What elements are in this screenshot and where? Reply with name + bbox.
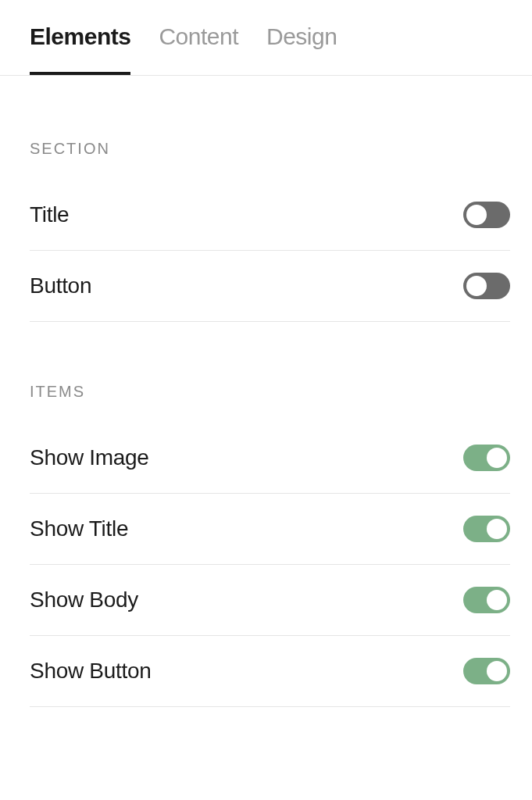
- row-show-body: Show Body: [30, 565, 510, 636]
- toggle-show-button[interactable]: [463, 658, 510, 684]
- toggle-knob: [487, 448, 507, 468]
- row-show-title: Show Title: [30, 494, 510, 565]
- toggle-knob: [487, 661, 507, 681]
- toggle-title[interactable]: [463, 202, 510, 228]
- toggle-knob: [466, 276, 487, 296]
- row-label-show-title: Show Title: [30, 516, 128, 541]
- tab-design[interactable]: Design: [266, 23, 337, 75]
- row-label-show-body: Show Body: [30, 588, 138, 612]
- row-label-show-button: Show Button: [30, 659, 151, 684]
- tab-content[interactable]: Content: [159, 23, 238, 75]
- row-button: Button: [30, 251, 510, 322]
- toggle-show-body[interactable]: [463, 587, 510, 613]
- row-show-image: Show Image: [30, 423, 510, 494]
- toggle-button[interactable]: [463, 273, 510, 299]
- tab-elements[interactable]: Elements: [30, 23, 130, 75]
- section-header-items: ITEMS: [30, 383, 510, 401]
- toggle-knob: [487, 519, 507, 539]
- row-label-show-image: Show Image: [30, 445, 149, 470]
- toggle-knob: [487, 590, 507, 610]
- toggle-show-title[interactable]: [463, 516, 510, 542]
- panel-content: SECTION Title Button ITEMS Show Image Sh…: [0, 140, 532, 707]
- tab-bar: Elements Content Design: [0, 0, 532, 76]
- row-label-title: Title: [30, 202, 69, 227]
- toggle-knob: [466, 205, 487, 225]
- toggle-show-image[interactable]: [463, 445, 510, 471]
- section-header-section: SECTION: [30, 140, 510, 158]
- row-title: Title: [30, 180, 510, 251]
- row-show-button: Show Button: [30, 636, 510, 707]
- row-label-button: Button: [30, 273, 91, 298]
